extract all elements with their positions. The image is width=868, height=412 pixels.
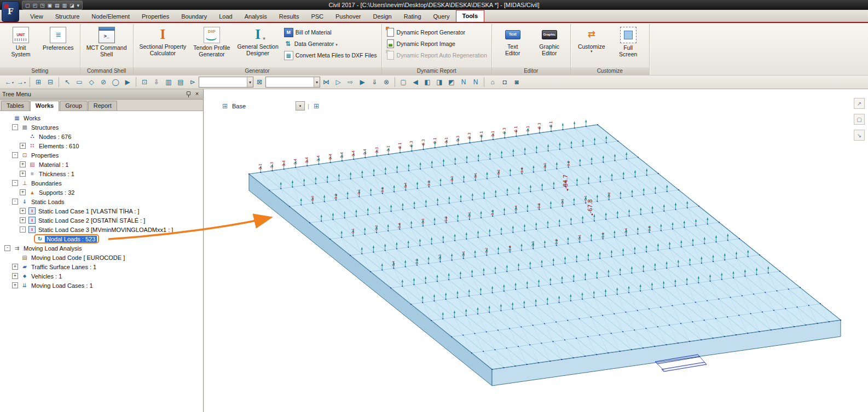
select-all-button[interactable]: ▥ — [163, 76, 175, 88]
tab-results[interactable]: Results — [273, 11, 305, 22]
tree-expander-icon[interactable]: + — [12, 264, 18, 270]
tab-tools[interactable]: Tools — [456, 9, 485, 22]
assign-button[interactable]: ⇨ — [344, 76, 356, 88]
lane-edit-button[interactable]: ⋈ — [320, 76, 332, 88]
customize-button[interactable]: Customize ▾ — [574, 26, 609, 53]
tree-item-static-loads[interactable]: - Static Loads — [0, 197, 203, 206]
dynamic-report-generator-button[interactable]: Dynamic Report Generator — [386, 28, 487, 37]
tree-expander-icon[interactable]: + — [20, 161, 26, 167]
bill-of-material-button[interactable]: Bill of Material — [284, 28, 377, 37]
tree-expander-icon[interactable]: - — [12, 199, 18, 205]
tree-tab-works[interactable]: Works — [30, 101, 59, 111]
tree-tab-report[interactable]: Report — [88, 101, 117, 111]
delete-button[interactable]: ⊗ — [380, 76, 392, 88]
tree-item-supports[interactable]: + Supports : 32 — [0, 188, 203, 197]
full-screen-button[interactable]: Full Screen — [611, 26, 646, 57]
tree-item-load-case-3[interactable]: - Static Load Case 3 [MVminMOVINGLOADMxx… — [0, 225, 203, 234]
tree-tab-tables[interactable]: Tables — [1, 101, 30, 111]
tab-boundary[interactable]: Boundary — [175, 11, 213, 22]
grid-view-button[interactable]: ⊞ — [32, 76, 44, 88]
select-window-button[interactable]: ▭ — [73, 76, 85, 88]
select-single-button[interactable]: ↖ — [61, 76, 73, 88]
ucs-axis-icon[interactable]: ⊞ — [312, 102, 321, 111]
tree-item-vehicles[interactable]: + Vehicles : 1 — [0, 271, 203, 281]
print-preview-button[interactable]: ▥ — [61, 2, 68, 9]
tab-query[interactable]: Query — [427, 11, 456, 22]
collapse-view-button[interactable]: ↘ — [854, 130, 865, 141]
tree-expander-icon[interactable]: + — [20, 171, 26, 177]
app-logo-button[interactable] — [2, 1, 19, 22]
tree-expander-icon[interactable]: + — [20, 189, 26, 195]
model-view-scene[interactable]: 0.10.30.40.40.40.40.40.40.40.40.30.1-0.1… — [204, 89, 868, 412]
tree-expander-icon[interactable]: + — [20, 217, 26, 223]
new-project-button[interactable]: ▢ — [24, 2, 31, 9]
view-next-button[interactable]: → — [15, 76, 27, 88]
plane-grid-icon[interactable]: ⊞ — [221, 102, 229, 111]
tree-tab-group[interactable]: Group — [60, 101, 88, 111]
tree-item-elements[interactable]: + Elements : 610 — [0, 141, 203, 150]
tab-analysis[interactable]: Analysis — [239, 11, 273, 22]
toolbar-separator[interactable] — [59, 77, 59, 87]
tree-expander-icon[interactable]: - — [12, 180, 18, 186]
tree-item-moving-load-analysis[interactable]: - Moving Load Analysis — [0, 243, 203, 253]
tree-item-thickness[interactable]: + Thickness : 1 — [0, 169, 203, 178]
print-button[interactable]: ▤ — [54, 2, 61, 9]
qat-customize-button[interactable]: ▾ — [76, 2, 81, 9]
tab-view[interactable]: View — [24, 11, 49, 22]
pan-left-button[interactable]: ◀ — [409, 76, 421, 88]
run-analysis-button[interactable]: ▶ — [356, 76, 368, 88]
tree-item-traffic-surface-lanes[interactable]: + Traffic Surface Lanes : 1 — [0, 262, 203, 271]
tree-expander-icon[interactable]: + — [12, 282, 18, 288]
view-quad-button[interactable]: ◩ — [445, 76, 458, 88]
tab-load[interactable]: Load — [213, 11, 238, 22]
tree-item-moving-load-cases[interactable]: + Moving Load Cases : 1 — [0, 281, 203, 290]
tree-expander-icon[interactable]: + — [20, 208, 26, 214]
tab-properties[interactable]: Properties — [136, 11, 175, 22]
select-polygon-button[interactable]: ◇ — [85, 76, 97, 88]
close-icon[interactable]: × — [193, 90, 201, 98]
preferences-button[interactable]: Preferences — [40, 26, 77, 51]
select-previous-button[interactable]: ⊡ — [138, 76, 151, 88]
lock-view-button[interactable]: ◙ — [511, 76, 523, 88]
toolbar-separator[interactable] — [484, 77, 484, 87]
view-prev-button[interactable]: ← — [3, 76, 15, 88]
tree-expander-icon[interactable]: - — [12, 124, 18, 130]
unselect-all-button[interactable]: ▤ — [175, 76, 187, 88]
tree-item-structures[interactable]: - Structures — [0, 123, 203, 132]
tab-psc[interactable]: PSC — [305, 11, 329, 22]
tab-structure[interactable]: Structure — [49, 11, 86, 22]
tree-item-works[interactable]: Works — [0, 113, 203, 123]
model-viewport[interactable]: 0.10.30.40.40.40.40.40.40.40.40.30.1-0.1… — [204, 89, 868, 412]
tree-view-button[interactable]: ⊟ — [44, 76, 56, 88]
tree-expander-icon[interactable]: - — [4, 245, 10, 251]
zoom-window-button[interactable]: ▢ — [397, 76, 409, 88]
tree-item-nodal-loads[interactable]: Nodal Loads : 523 — [0, 234, 203, 243]
lock-model-button[interactable]: ◘ — [499, 76, 511, 88]
text-editor-button[interactable]: Text Text Editor — [495, 26, 530, 56]
tree-expander-icon[interactable]: - — [20, 227, 26, 233]
view-split-left-button[interactable]: ◧ — [421, 76, 433, 88]
select-intersect-button[interactable]: ⊘ — [97, 76, 109, 88]
data-generator-button[interactable]: Data Generator — [284, 39, 377, 48]
float-view-button[interactable]: ▢ — [854, 114, 865, 125]
import-button[interactable]: ⇓ — [368, 76, 380, 88]
mct-command-shell-button[interactable]: MCT Command Shell — [84, 26, 130, 57]
tree-expander-icon[interactable]: - — [12, 152, 18, 158]
graphic-editor-button[interactable]: Graphic Graphic Editor — [532, 26, 567, 56]
unselect-button[interactable]: ⇩ — [151, 76, 163, 88]
convert-meta-files-button[interactable]: Convert Meta Files to DXF Files — [284, 51, 377, 60]
select-type-combo[interactable] — [199, 77, 253, 88]
open-project-button[interactable]: ◰ — [32, 2, 39, 9]
pin-icon[interactable] — [184, 90, 192, 98]
view-split-right-button[interactable]: ◨ — [433, 76, 445, 88]
pick-button[interactable]: ⊳ — [187, 76, 199, 88]
tree-item-load-case-2[interactable]: + Static Load Case 2 [OSTATNÍ STÁLÉ : ] — [0, 216, 203, 225]
plane-select-combo[interactable]: ▾ — [296, 101, 305, 111]
expand-view-button[interactable]: ↗ — [854, 98, 865, 109]
tab-pushover[interactable]: Pushover — [329, 11, 367, 22]
dynamic-report-image-button[interactable]: Dynamic Report Image — [386, 39, 487, 48]
select-path-button[interactable]: ▶ — [121, 76, 134, 88]
screen-capture-button[interactable]: ◪ — [68, 2, 76, 9]
tree-expander-icon[interactable]: + — [12, 273, 18, 279]
tab-node-element[interactable]: Node/Element — [85, 11, 136, 22]
